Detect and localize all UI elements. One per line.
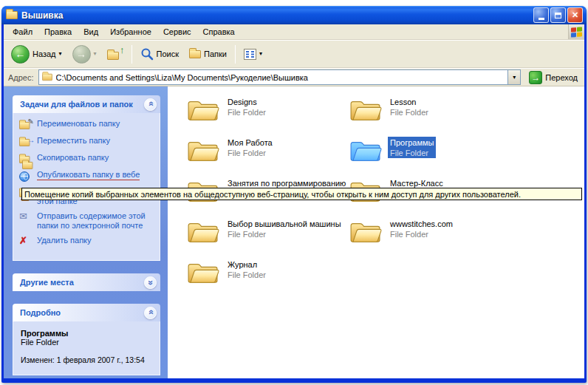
- minimize-button[interactable]: [533, 7, 549, 23]
- folders-button[interactable]: Папки: [185, 47, 231, 61]
- toolbar: ← Назад ▾ → ▾ ↑ Поиск: [4, 40, 584, 68]
- forward-icon: →: [72, 45, 91, 64]
- back-label: Назад: [33, 50, 56, 58]
- search-icon: [140, 47, 154, 61]
- file-item-vybor-vyshivalnoy-mashiny[interactable]: Выбор вышивальной машиныFile Folder: [187, 218, 346, 246]
- windows-logo: [568, 24, 584, 39]
- task-item-rename[interactable]: ✎ Переименовать папку: [19, 119, 157, 131]
- maximize-icon: [555, 13, 561, 18]
- menu-bar: Файл Правка Вид Избранное Сервис Справка: [4, 24, 584, 40]
- minimize-icon: [539, 18, 544, 20]
- copy-icon: [19, 153, 33, 165]
- file-item-designs[interactable]: DesignsFile Folder: [187, 96, 346, 124]
- menu-item-help[interactable]: Справка: [197, 25, 241, 38]
- maximize-button[interactable]: [550, 7, 566, 23]
- close-icon: ✕: [572, 10, 578, 20]
- other-places-panel: Другие места »: [13, 273, 160, 291]
- sidebar: Задачи для файлов и папок » ✎ Переименов…: [4, 86, 168, 378]
- task-item-publish[interactable]: Опубликовать папку в вебе: [19, 170, 157, 182]
- file-list-pane: DesignsFile Folder LessonFile Folder Моя…: [168, 86, 584, 378]
- tasks-panel-header[interactable]: Задачи для файлов и папок »: [13, 95, 160, 113]
- up-button[interactable]: ↑: [103, 45, 128, 63]
- explorer-window: Вышивка ✕ Файл Правка Вид Избранное Серв…: [1, 6, 587, 383]
- go-button[interactable]: → Переход: [525, 71, 581, 84]
- address-label: Адрес:: [8, 73, 34, 82]
- rename-icon: ✎: [19, 119, 33, 131]
- folder-icon-selected: [349, 137, 382, 165]
- folders-label: Папки: [204, 50, 227, 58]
- publish-web-icon: [19, 170, 33, 182]
- move-icon: →: [19, 136, 33, 148]
- details-panel-title: Подробно: [20, 308, 61, 317]
- back-dropdown-icon: ▾: [59, 51, 62, 57]
- menu-item-file[interactable]: Файл: [7, 25, 38, 38]
- views-icon: [244, 49, 256, 60]
- folder-icon: [349, 96, 382, 124]
- content-area: Задачи для файлов и папок » ✎ Переименов…: [4, 86, 584, 378]
- details-panel-header[interactable]: Подробно »: [13, 304, 160, 321]
- folder-icon: [187, 218, 219, 246]
- task-item-move[interactable]: → Переместить папку: [19, 136, 157, 148]
- task-item-email[interactable]: ✉ Отправить содержимое этой папки по эле…: [19, 211, 157, 231]
- tasks-panel-title: Задачи для файлов и папок: [20, 100, 133, 109]
- tasks-panel-body: ✎ Переименовать папку → Переместить папк…: [13, 113, 160, 261]
- address-text: C:\Documents and Settings\Liza\My Docume…: [56, 73, 505, 82]
- menu-item-edit[interactable]: Правка: [38, 25, 78, 38]
- views-dropdown-icon: ▾: [259, 51, 262, 57]
- search-button[interactable]: Поиск: [136, 45, 183, 63]
- folder-icon: [349, 218, 382, 246]
- folder-icon: [187, 259, 219, 287]
- address-bar: Адрес: C:\Documents and Settings\Liza\My…: [4, 68, 584, 86]
- address-input[interactable]: C:\Documents and Settings\Liza\My Docume…: [38, 69, 522, 85]
- folder-icon: [187, 96, 219, 124]
- address-folder-icon: [42, 74, 52, 81]
- file-item-programmy-selected[interactable]: ПрограммыFile Folder: [349, 137, 508, 165]
- details-panel: Подробно » Программы File Folder Изменен…: [13, 304, 160, 375]
- details-name: Программы: [21, 329, 154, 338]
- details-panel-body: Программы File Folder Изменен: 1 февраля…: [13, 321, 160, 375]
- go-label: Переход: [545, 73, 578, 82]
- other-places-panel-header[interactable]: Другие места »: [13, 273, 160, 291]
- menu-item-favorites[interactable]: Избранное: [104, 25, 157, 38]
- title-bar[interactable]: Вышивка ✕: [1, 6, 587, 24]
- forward-dropdown-icon: ▾: [94, 51, 97, 57]
- close-button[interactable]: ✕: [567, 7, 583, 23]
- chevron-down-icon[interactable]: »: [144, 276, 157, 289]
- toolbar-separator: [235, 45, 236, 64]
- email-icon: ✉: [19, 211, 33, 223]
- menu-item-view[interactable]: Вид: [78, 25, 104, 38]
- file-item-zhurnal[interactable]: ЖурналFile Folder: [187, 259, 346, 287]
- file-item-wwwstitches-com[interactable]: wwwstitches.comFile Folder: [349, 218, 508, 246]
- up-folder-icon: ↑: [107, 47, 123, 61]
- other-places-title: Другие места: [20, 278, 74, 287]
- go-icon: →: [529, 71, 542, 84]
- tasks-panel: Задачи для файлов и папок » ✎ Переименов…: [13, 95, 160, 261]
- file-item-lesson[interactable]: LessonFile Folder: [349, 96, 508, 124]
- menu-item-tools[interactable]: Сервис: [157, 25, 197, 38]
- window-title: Вышивка: [21, 10, 528, 21]
- back-icon: ←: [11, 45, 30, 64]
- file-item-moya-rabota[interactable]: Моя РаботаFile Folder: [187, 137, 346, 165]
- folder-icon: [187, 137, 219, 165]
- delete-icon: ✗: [19, 236, 33, 248]
- search-label: Поиск: [157, 50, 179, 58]
- address-dropdown-button[interactable]: ▾: [507, 70, 520, 84]
- window-folder-icon: [6, 11, 18, 19]
- task-item-copy[interactable]: Скопировать папку: [19, 153, 157, 165]
- back-button[interactable]: ← Назад ▾: [7, 43, 66, 66]
- views-button[interactable]: ▾: [239, 47, 267, 62]
- folders-icon: [189, 50, 201, 58]
- tooltip: Помещение копий выбранных элементов на о…: [21, 188, 582, 200]
- chevron-up-icon[interactable]: »: [144, 98, 157, 111]
- details-modified: Изменен: 1 февраля 2007 г., 13:54: [21, 355, 154, 364]
- task-item-delete[interactable]: ✗ Удалить папку: [19, 236, 157, 248]
- toolbar-separator: [131, 45, 132, 64]
- window-body: Файл Правка Вид Избранное Сервис Справка…: [4, 24, 584, 378]
- details-type: File Folder: [21, 338, 154, 347]
- forward-button[interactable]: → ▾: [68, 43, 101, 66]
- chevron-up-icon[interactable]: »: [144, 307, 157, 319]
